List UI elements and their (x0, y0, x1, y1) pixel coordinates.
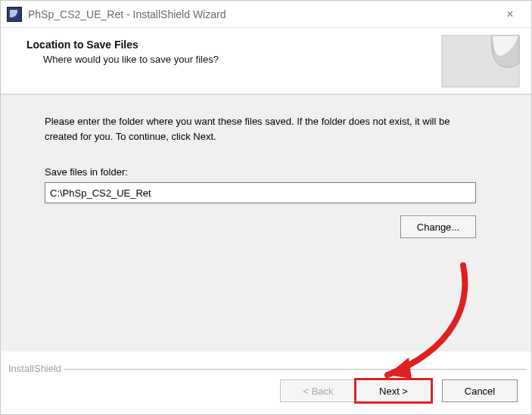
change-button[interactable]: Change... (400, 215, 476, 238)
app-icon (7, 7, 22, 22)
cancel-button[interactable]: Cancel (442, 379, 518, 402)
installer-window: PhSp_CS2_UE_Ret - InstallShield Wizard ×… (0, 0, 532, 415)
next-button[interactable]: Next > (356, 379, 431, 402)
window-title: PhSp_CS2_UE_Ret - InstallShield Wizard (28, 8, 495, 20)
folder-input[interactable] (45, 182, 476, 203)
page-curl-graphic (439, 33, 522, 90)
footer-button-row: < Back Next > Cancel (280, 379, 518, 402)
folder-label: Save files in folder: (45, 166, 502, 178)
close-icon: × (506, 8, 513, 21)
footer-brand: InstallShield (5, 363, 64, 374)
instructions-text: Please enter the folder where you want t… (45, 114, 453, 144)
titlebar: PhSp_CS2_UE_Ret - InstallShield Wizard × (1, 1, 531, 28)
wizard-footer: InstallShield < Back Next > Cancel (1, 361, 531, 407)
wizard-header: Location to Save Files Where would you l… (1, 28, 531, 94)
back-button[interactable]: < Back (280, 379, 356, 402)
close-button[interactable]: × (495, 1, 525, 27)
footer-separator (5, 369, 527, 370)
wizard-body: Please enter the folder where you want t… (1, 94, 531, 352)
